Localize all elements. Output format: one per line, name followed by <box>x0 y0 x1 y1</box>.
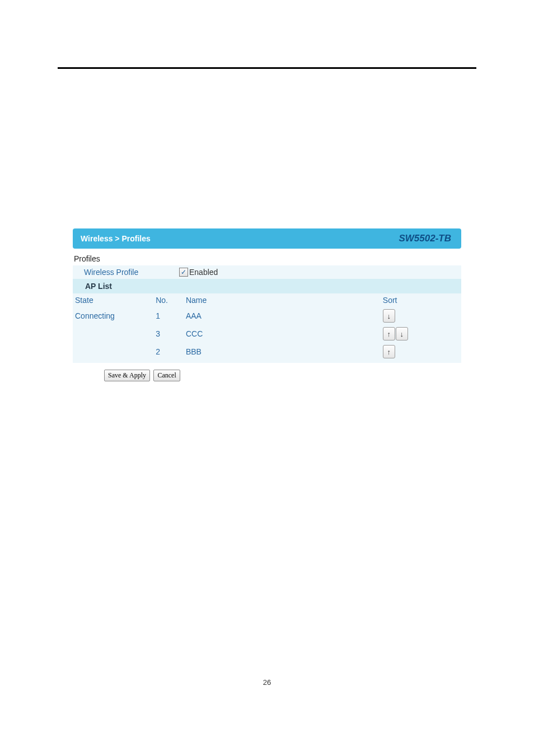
horizontal-rule <box>58 67 476 69</box>
section-title: Profiles <box>74 254 461 263</box>
col-no-header: No. <box>153 293 184 307</box>
col-state-header: State <box>73 293 153 307</box>
table-row: 2 BBB ↑ <box>73 343 461 361</box>
save-apply-button[interactable]: Save & Apply <box>104 370 150 381</box>
cell-sort: ↑ <box>381 343 461 361</box>
wireless-profile-row: Wireless Profile ✓ Enabled <box>73 265 461 279</box>
col-name-header: Name <box>184 293 381 307</box>
header-bar: Wireless > Profiles SW5502-TB <box>73 228 461 249</box>
cell-state: Connecting <box>73 307 153 325</box>
cell-name[interactable]: CCC <box>184 325 381 343</box>
model-label: SW5502-TB <box>399 233 451 244</box>
cell-name[interactable]: BBB <box>184 343 381 361</box>
ap-list-header: AP List <box>73 279 461 293</box>
sort-down-button[interactable]: ↓ <box>383 309 395 323</box>
cancel-button[interactable]: Cancel <box>153 370 180 381</box>
enabled-label: Enabled <box>189 268 218 277</box>
sort-up-button[interactable]: ↑ <box>383 327 395 340</box>
wireless-profile-label: Wireless Profile <box>84 268 179 277</box>
cell-no: 2 <box>153 343 184 361</box>
footer-buttons: Save & Apply Cancel <box>73 370 461 381</box>
col-sort-header: Sort <box>381 293 461 307</box>
profiles-panel: Wireless > Profiles SW5502-TB Profiles W… <box>73 228 461 381</box>
cell-name[interactable]: AAA <box>184 307 381 325</box>
ap-table-header-row: State No. Name Sort <box>73 293 461 307</box>
table-row: 3 CCC ↑↓ <box>73 325 461 343</box>
cell-state <box>73 325 153 343</box>
page-number: 26 <box>0 678 534 687</box>
cell-sort: ↑↓ <box>381 325 461 343</box>
cell-sort: ↓ <box>381 307 461 325</box>
cell-no: 3 <box>153 325 184 343</box>
cell-state <box>73 343 153 361</box>
ap-table: State No. Name Sort Connecting 1 AAA ↓ <box>73 293 461 361</box>
enabled-checkbox[interactable]: ✓ <box>179 268 188 277</box>
sort-down-button[interactable]: ↓ <box>396 327 408 340</box>
sort-up-button[interactable]: ↑ <box>383 345 395 358</box>
cell-no: 1 <box>153 307 184 325</box>
breadcrumb: Wireless > Profiles <box>81 234 151 243</box>
table-row: Connecting 1 AAA ↓ <box>73 307 461 325</box>
